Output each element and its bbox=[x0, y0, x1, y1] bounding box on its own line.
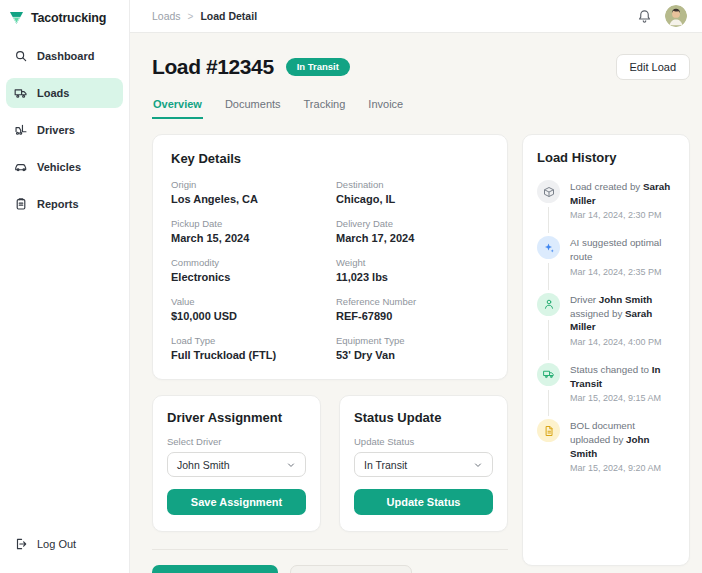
detail-value: March 15, 2024 bbox=[171, 232, 324, 244]
reports-clipboard-icon bbox=[14, 197, 28, 211]
detail-value: Chicago, IL bbox=[336, 193, 489, 205]
page-title: Load #12345 bbox=[152, 55, 274, 79]
detail-value: Full Truckload (FTL) bbox=[171, 349, 324, 361]
status-update-card: Status Update Update Status In Transit U… bbox=[339, 395, 508, 532]
app-name: Tacotrucking bbox=[31, 11, 106, 25]
event-text: Load created by Sarah Miller bbox=[570, 180, 675, 207]
key-details-grid: OriginLos Angeles, CADestinationChicago,… bbox=[171, 179, 489, 361]
detail-value: 53' Dry Van bbox=[336, 349, 489, 361]
drivers-forklift-icon bbox=[14, 123, 28, 137]
detail-value: $10,000 USD bbox=[171, 310, 324, 322]
load-detail-page: Load #12345 In Transit Edit Load Overvie… bbox=[130, 33, 702, 573]
logout-icon bbox=[14, 537, 28, 551]
save-assignment-button[interactable]: Save Assignment bbox=[167, 489, 306, 515]
breadcrumb-current: Load Detail bbox=[200, 10, 257, 22]
sidebar-item-drivers[interactable]: Drivers bbox=[6, 115, 123, 145]
status-update-title: Status Update bbox=[354, 410, 493, 425]
driver-select[interactable]: John Smith bbox=[167, 452, 306, 477]
edit-load-button[interactable]: Edit Load bbox=[616, 54, 690, 80]
sidebar-item-dashboard[interactable]: Dashboard bbox=[6, 41, 123, 71]
tab-invoice[interactable]: Invoice bbox=[367, 96, 404, 119]
detail-field: OriginLos Angeles, CA bbox=[171, 179, 324, 205]
bottom-actions: Mark as Delivered Generate Invoice bbox=[152, 565, 508, 573]
detail-field: DestinationChicago, IL bbox=[336, 179, 489, 205]
event-timestamp: Mar 14, 2024, 4:00 PM bbox=[570, 337, 675, 347]
package-icon bbox=[537, 180, 560, 203]
tab-documents[interactable]: Documents bbox=[224, 96, 282, 119]
truck-icon bbox=[537, 363, 560, 386]
detail-field: Reference NumberREF-67890 bbox=[336, 296, 489, 322]
detail-value: Los Angeles, CA bbox=[171, 193, 324, 205]
event-text: BOL document uploaded by John Smith bbox=[570, 419, 675, 460]
event-text: Driver John Smith assigned by Sarah Mill… bbox=[570, 293, 675, 334]
sidebar-item-label: Loads bbox=[37, 87, 69, 99]
detail-field: Weight11,023 lbs bbox=[336, 257, 489, 283]
detail-value: 11,023 lbs bbox=[336, 271, 489, 283]
driver-select-value: John Smith bbox=[177, 459, 230, 471]
tab-overview[interactable]: Overview bbox=[152, 96, 203, 119]
key-details-title: Key Details bbox=[171, 151, 489, 166]
action-cards-row: Driver Assignment Select Driver John Smi… bbox=[152, 395, 508, 532]
sidebar-item-reports[interactable]: Reports bbox=[6, 189, 123, 219]
app-logo: Tacotrucking bbox=[6, 9, 123, 41]
logout-button[interactable]: Log Out bbox=[6, 529, 123, 559]
driver-assignment-title: Driver Assignment bbox=[167, 410, 306, 425]
detail-value: Electronics bbox=[171, 271, 324, 283]
event-timestamp: Mar 14, 2024, 2:30 PM bbox=[570, 210, 675, 220]
detail-field: Equipment Type53' Dry Van bbox=[336, 335, 489, 361]
document-icon bbox=[537, 419, 560, 442]
event-timestamp: Mar 15, 2024, 9:20 AM bbox=[570, 463, 675, 473]
sidebar-item-loads[interactable]: Loads bbox=[6, 78, 123, 108]
main-area: Loads > Load Detail Load #12345 In Trans… bbox=[130, 0, 702, 573]
detail-label: Value bbox=[171, 296, 324, 307]
user-avatar[interactable] bbox=[665, 5, 687, 27]
detail-label: Destination bbox=[336, 179, 489, 190]
detail-field: Load TypeFull Truckload (FTL) bbox=[171, 335, 324, 361]
timeline-event: Driver John Smith assigned by Sarah Mill… bbox=[537, 293, 675, 363]
sidebar-item-vehicles[interactable]: Vehicles bbox=[6, 152, 123, 182]
detail-field: CommodityElectronics bbox=[171, 257, 324, 283]
section-divider bbox=[152, 549, 508, 550]
detail-label: Weight bbox=[336, 257, 489, 268]
key-details-card: Key Details OriginLos Angeles, CADestina… bbox=[152, 134, 508, 380]
detail-label: Equipment Type bbox=[336, 335, 489, 346]
loads-truck-icon bbox=[14, 86, 28, 100]
load-history-title: Load History bbox=[537, 150, 675, 165]
chevron-down-icon bbox=[473, 460, 483, 470]
timeline-event: Status changed to In TransitMar 15, 2024… bbox=[537, 363, 675, 419]
driver-assignment-card: Driver Assignment Select Driver John Smi… bbox=[152, 395, 321, 532]
sidebar-item-label: Drivers bbox=[37, 124, 75, 136]
event-text: AI suggested optimal route bbox=[570, 236, 675, 263]
ai-sparkles-icon bbox=[537, 236, 560, 259]
notifications-bell-icon[interactable] bbox=[637, 9, 652, 24]
status-select[interactable]: In Transit bbox=[354, 452, 493, 477]
timeline-event: Load created by Sarah MillerMar 14, 2024… bbox=[537, 180, 675, 236]
update-status-button[interactable]: Update Status bbox=[354, 489, 493, 515]
topbar-actions bbox=[637, 5, 687, 27]
detail-field: Pickup DateMarch 15, 2024 bbox=[171, 218, 324, 244]
tab-bar: Overview Documents Tracking Invoice bbox=[152, 96, 690, 119]
sidebar-nav: Dashboard Loads Drivers Vehicles Reports bbox=[6, 41, 123, 226]
mark-as-delivered-button[interactable]: Mark as Delivered bbox=[152, 565, 278, 573]
detail-field: Delivery DateMarch 17, 2024 bbox=[336, 218, 489, 244]
detail-label: Pickup Date bbox=[171, 218, 324, 229]
breadcrumb-loads-link[interactable]: Loads bbox=[152, 10, 181, 22]
detail-label: Delivery Date bbox=[336, 218, 489, 229]
status-badge: In Transit bbox=[286, 58, 350, 76]
update-status-label: Update Status bbox=[354, 436, 493, 447]
generate-invoice-button[interactable]: Generate Invoice bbox=[290, 565, 413, 573]
detail-value: REF-67890 bbox=[336, 310, 489, 322]
tacotrucking-logo-icon bbox=[9, 11, 24, 25]
breadcrumb-separator: > bbox=[188, 11, 194, 22]
tab-tracking[interactable]: Tracking bbox=[303, 96, 347, 119]
detail-label: Origin bbox=[171, 179, 324, 190]
person-icon bbox=[537, 293, 560, 316]
event-timestamp: Mar 15, 2024, 9:15 AM bbox=[570, 393, 675, 403]
sidebar-item-label: Reports bbox=[37, 198, 79, 210]
sidebar-item-label: Vehicles bbox=[37, 161, 81, 173]
sidebar-spacer bbox=[6, 226, 123, 529]
timeline-event: AI suggested optimal routeMar 14, 2024, … bbox=[537, 236, 675, 292]
vehicles-car-icon bbox=[14, 160, 28, 174]
topbar: Loads > Load Detail bbox=[130, 0, 702, 33]
load-history-timeline: Load created by Sarah MillerMar 14, 2024… bbox=[537, 180, 675, 489]
